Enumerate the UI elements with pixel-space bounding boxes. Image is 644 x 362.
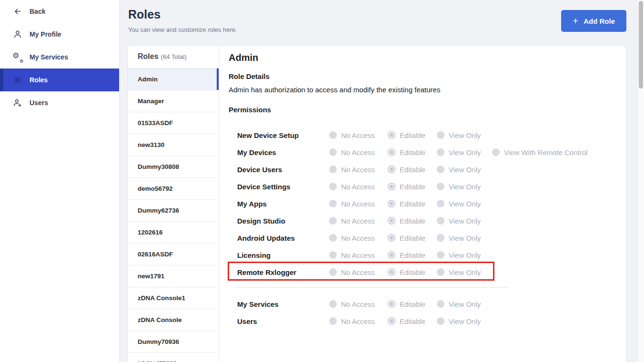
role-list-item[interactable]: new1791 [128, 265, 219, 287]
radio-button-icon[interactable] [437, 200, 444, 207]
permission-name: Device Settings [237, 183, 329, 191]
add-role-button[interactable]: + Add Role [561, 10, 626, 32]
radio-button-icon[interactable] [437, 148, 444, 156]
radio-button-icon[interactable] [388, 251, 395, 259]
sidebar-item-label: My Profile [30, 30, 61, 38]
permission-name: Remote Rxlogger [237, 268, 329, 276]
role-list-item[interactable]: Dummy62736 [128, 200, 219, 222]
permission-option-label: Editable [400, 317, 425, 325]
permission-option: No Access [329, 131, 388, 139]
radio-dot [390, 319, 393, 323]
permission-option: No Access [329, 268, 388, 276]
permission-option: No Access [329, 234, 388, 242]
permission-option-label: Editable [400, 183, 425, 191]
radio-button-icon[interactable] [388, 183, 395, 190]
add-role-button-label: Add Role [584, 17, 615, 25]
role-list-item-label: zDNA Console [138, 316, 182, 323]
radio-button-icon[interactable] [329, 300, 337, 308]
role-list-item-label: 02616ASDF [138, 251, 173, 258]
radio-button-icon[interactable] [492, 148, 500, 156]
permission-option: View Only [437, 131, 492, 139]
radio-button-icon[interactable] [388, 166, 395, 173]
sidebar-item-users[interactable]: Users [0, 91, 119, 114]
permission-option: No Access [329, 217, 388, 225]
radio-button-icon[interactable] [329, 317, 337, 325]
radio-button-icon[interactable] [329, 234, 337, 242]
permission-option: Editable [388, 131, 437, 139]
sidebar-item-label: My Services [30, 53, 68, 61]
sidebar-item-my-profile[interactable]: My Profile [0, 23, 119, 46]
role-list-item[interactable]: new3130 [128, 134, 219, 156]
permission-row: LicensingNo AccessEditableView Only [237, 246, 616, 264]
radio-button-icon[interactable] [329, 183, 337, 190]
radio-button-icon[interactable] [437, 268, 444, 276]
permission-option-label: No Access [341, 148, 375, 157]
role-list-item[interactable]: Admin [128, 68, 219, 90]
radio-button-icon[interactable] [388, 217, 395, 225]
role-list-item[interactable]: zDNA Console1 [128, 287, 219, 309]
radio-button-icon[interactable] [329, 217, 337, 225]
role-details-heading: Role Details [229, 72, 616, 80]
arrow-left-icon [13, 7, 22, 16]
radio-button-icon[interactable] [388, 317, 395, 325]
radio-button-icon[interactable] [437, 234, 444, 242]
plus-icon: + [573, 16, 578, 26]
radio-button-icon[interactable] [388, 200, 395, 207]
radio-button-icon[interactable] [437, 183, 444, 190]
permission-option: Editable [388, 300, 437, 308]
role-list-item[interactable]: 01533ASDF [128, 112, 219, 134]
radio-button-icon[interactable] [437, 166, 444, 173]
radio-button-icon[interactable] [388, 148, 395, 156]
radio-button-icon[interactable] [437, 300, 444, 308]
radio-button-icon[interactable] [437, 217, 444, 225]
permission-option: No Access [329, 200, 388, 208]
radio-button-icon[interactable] [437, 251, 444, 259]
role-list-item-label: Manager [138, 98, 164, 105]
permission-option: View Only [437, 217, 492, 225]
sidebar-item-roles[interactable]: Roles [0, 68, 119, 91]
radio-button-icon[interactable] [437, 317, 444, 325]
radio-button-icon[interactable] [329, 131, 337, 139]
permission-option-label: Editable [400, 148, 425, 157]
permission-option-label: No Access [341, 251, 375, 259]
radio-button-icon[interactable] [329, 268, 337, 276]
radio-button-icon[interactable] [388, 131, 395, 139]
radio-button-icon[interactable] [388, 234, 395, 242]
permission-option-label: No Access [341, 268, 375, 276]
roles-card: Roles (64 Total) AdminManager01533ASDFne… [127, 45, 626, 362]
sidebar-item-back[interactable]: Back [0, 0, 119, 23]
permission-option-label: No Access [341, 300, 375, 308]
permission-name: Design Studio [237, 217, 329, 225]
role-list-item[interactable]: zDNA Console [128, 309, 219, 331]
page-scrollbar[interactable] [637, 0, 644, 362]
permission-option-label: View Only [449, 217, 481, 225]
radio-button-icon[interactable] [329, 166, 337, 173]
role-list-item-label: Admin [138, 76, 158, 83]
radio-button-icon[interactable] [437, 131, 444, 139]
radio-button-icon[interactable] [329, 251, 337, 259]
scrollbar-thumb[interactable] [639, 1, 643, 88]
role-list-item-label: new1791 [138, 273, 164, 280]
role-list-item[interactable]: Dummy70936 [128, 331, 219, 353]
role-list-item-label: new3130 [138, 141, 164, 148]
radio-button-icon[interactable] [329, 148, 337, 156]
role-list-item[interactable]: Manager [128, 90, 219, 112]
page-subtitle: You can view and customize roles here. [128, 26, 237, 33]
permission-name: Device Users [237, 166, 329, 174]
role-list-item[interactable]: 02616ASDF [128, 244, 219, 265]
radio-button-icon[interactable] [388, 268, 395, 276]
role-list-item[interactable]: demo56792 [128, 178, 219, 200]
sidebar-item-my-services[interactable]: ⚙ ⚙ My Services [0, 46, 119, 68]
radio-dot [390, 133, 393, 137]
radio-button-icon[interactable] [329, 200, 337, 207]
permission-option-label: No Access [341, 217, 375, 225]
permissions-primary: New Device SetupNo AccessEditableView On… [237, 127, 616, 281]
permission-name: New Device Setup [237, 131, 329, 139]
permission-option: View With Remote Control [492, 148, 588, 157]
permission-option: No Access [329, 148, 388, 157]
role-list-item[interactable]: Dummy30808 [128, 156, 219, 178]
permission-option-label: No Access [341, 166, 375, 174]
role-list-item[interactable]: !@$%475608 [128, 353, 219, 362]
role-list-item[interactable]: 1202616 [128, 222, 219, 244]
radio-button-icon[interactable] [388, 300, 395, 308]
